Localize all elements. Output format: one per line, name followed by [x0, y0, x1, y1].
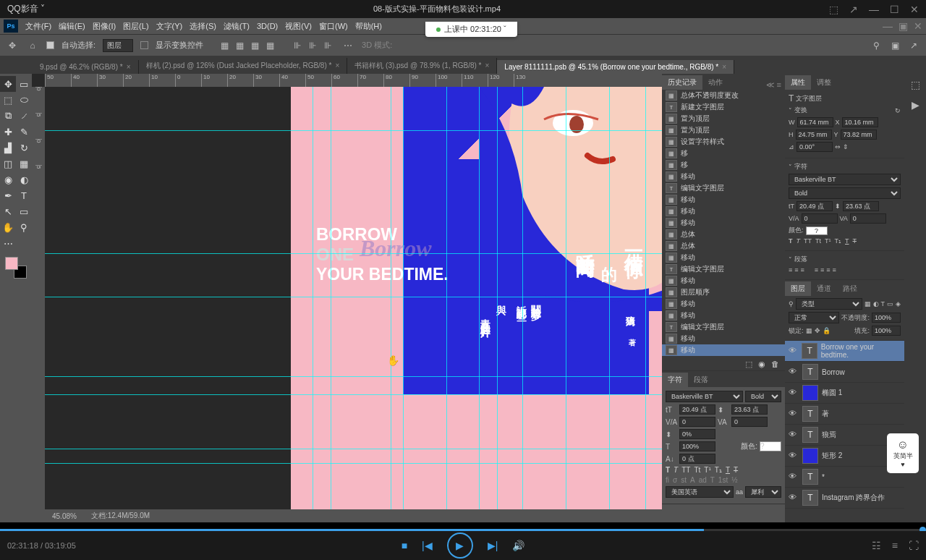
history-brush-tool[interactable]: ↻ — [16, 140, 32, 156]
tab-close-icon[interactable]: × — [485, 61, 489, 69]
stamp-tool[interactable]: ▟ — [0, 140, 16, 156]
filter-type-icon[interactable]: T — [881, 300, 885, 307]
underline-btn[interactable]: T — [726, 466, 730, 474]
visibility-icon[interactable]: 👁 — [789, 472, 799, 482]
distribute-icon-1[interactable]: ⊪ — [291, 39, 304, 52]
doc-tab-1[interactable]: 9.psd @ 46.2% (RGB/8) *× — [33, 60, 139, 74]
auto-select-dropdown[interactable]: 图层 — [103, 39, 133, 52]
menu-3d[interactable]: 3D(D) — [253, 22, 281, 30]
move-tool[interactable]: ✥ — [0, 76, 16, 92]
color-swatches[interactable] — [5, 257, 27, 279]
play-button[interactable]: ▶ — [447, 533, 473, 559]
prop-color[interactable]: ? — [806, 226, 828, 235]
dodge-tool[interactable]: ◐ — [16, 171, 32, 187]
filter-smart-icon[interactable]: ◈ — [896, 300, 901, 307]
align-center-icon[interactable]: ≡ — [794, 266, 798, 273]
vscale-input[interactable] — [679, 429, 715, 439]
visibility-icon[interactable]: 👁 — [789, 493, 799, 503]
history-item[interactable]: ▦移动 — [662, 252, 785, 263]
layer-item[interactable]: 👁TBorrow — [785, 362, 904, 383]
distribute-icon-2[interactable]: ⊪ — [306, 39, 319, 52]
filter-pixel-icon[interactable]: ▦ — [865, 300, 871, 307]
align-icon-1[interactable]: ▦ — [218, 39, 231, 52]
ps-logo-icon[interactable]: Ps — [4, 20, 18, 33]
history-item[interactable]: ▦移动 — [662, 275, 785, 287]
menu-filter[interactable]: 滤镜(T) — [220, 21, 253, 32]
tab-layers[interactable]: 图层 — [785, 281, 811, 296]
visibility-icon[interactable]: 👁 — [789, 367, 799, 377]
font-select[interactable]: Baskerville BT — [666, 391, 743, 402]
layer-item[interactable]: 👁TBorrow one your bedtime. — [785, 341, 904, 362]
fullscreen-button[interactable]: ⛶ — [909, 540, 919, 551]
flip-v-icon[interactable]: ⇕ — [843, 143, 849, 150]
eyedropper-tool[interactable]: ⟋ — [16, 108, 32, 124]
filter-adjust-icon[interactable]: ◐ — [873, 300, 879, 307]
prop-size-input[interactable] — [797, 201, 833, 211]
history-item[interactable]: T新建文字图层 — [662, 101, 785, 113]
history-snapshot-icon[interactable]: ⬚ — [745, 360, 752, 369]
opentype-1[interactable]: fi — [666, 476, 669, 484]
opentype-8[interactable]: ½ — [731, 476, 737, 484]
lock-pixel-icon[interactable]: ▦ — [806, 327, 812, 334]
justify-3[interactable]: ≡ — [826, 266, 830, 273]
lang-select[interactable]: 美国英语 — [666, 486, 734, 498]
app-menu-chevron[interactable]: ˅ — [41, 4, 45, 14]
playlist-button[interactable]: ≡ — [892, 540, 898, 551]
opentype-7[interactable]: 1st — [718, 476, 728, 484]
height-input[interactable] — [796, 130, 832, 140]
bold-btn[interactable]: T — [666, 466, 670, 474]
layer-kind-filter[interactable]: 类型 — [796, 298, 862, 310]
lock-pos-icon[interactable]: ✥ — [815, 327, 820, 334]
more-icon[interactable]: ⋯ — [341, 39, 354, 52]
history-item[interactable]: ▦总体 — [662, 229, 785, 240]
gradient-tool[interactable]: ▦ — [16, 156, 32, 171]
pen-tool[interactable]: ✒ — [0, 187, 16, 203]
doc-tab-4[interactable]: Layer 8111111.psb @ 45.1% (Borrow one yo… — [497, 60, 734, 74]
strip-icon-1[interactable]: ⬚ — [908, 77, 922, 92]
reset-icon[interactable]: ↻ — [895, 107, 901, 114]
doc-tab-2[interactable]: 样机 (2).psd @ 126% (Dust Jacked Placehold… — [139, 58, 348, 74]
x-input[interactable] — [842, 117, 878, 127]
crop-tool[interactable]: ⧉ — [0, 108, 16, 124]
canvas-area[interactable]: 5040302010010203040506070809010011012013… — [32, 74, 662, 522]
history-item[interactable]: ▦总体 — [662, 240, 785, 252]
blur-tool[interactable]: ◉ — [0, 171, 16, 187]
width-input[interactable] — [797, 117, 833, 127]
distribute-icon-3[interactable]: ⊪ — [321, 39, 334, 52]
stop-button[interactable]: ■ — [402, 540, 407, 551]
flip-h-icon[interactable]: ⇔ — [835, 143, 841, 150]
menu-layer[interactable]: 图层(L) — [119, 21, 152, 32]
menu-type[interactable]: 文字(Y) — [153, 21, 187, 32]
show-transform-checkbox[interactable] — [140, 41, 148, 49]
tab-close-icon[interactable]: × — [722, 63, 726, 71]
filter-shape-icon[interactable]: ▭ — [887, 300, 893, 307]
menu-image[interactable]: 图像(I) — [89, 21, 119, 32]
justify-2[interactable]: ≡ — [820, 266, 824, 273]
align-icon-2[interactable]: ▦ — [233, 39, 246, 52]
action-icon-1[interactable]: ⬚ — [829, 4, 838, 15]
justify-4[interactable]: ≡ — [833, 266, 836, 273]
zoom-tool[interactable]: ⚲ — [16, 219, 32, 235]
type-tool[interactable]: T — [16, 187, 32, 203]
history-item[interactable]: T编辑文字图层 — [662, 321, 785, 333]
history-item[interactable]: ▦设置字符样式 — [662, 136, 785, 148]
menu-edit[interactable]: 编辑(E) — [55, 21, 89, 32]
opentype-2[interactable]: σ — [673, 476, 677, 484]
prop-font-select[interactable]: Baskerville BT — [789, 174, 901, 185]
tab-channels[interactable]: 通道 — [811, 281, 837, 296]
history-item[interactable]: T编辑文字图层 — [662, 263, 785, 275]
layer-item[interactable]: 👁椭圆 1 — [785, 383, 904, 404]
baseline-input[interactable] — [679, 454, 715, 464]
tab-character[interactable]: 字符 — [662, 373, 688, 387]
tab-history[interactable]: 历史记录 — [662, 75, 702, 90]
fill-input[interactable] — [872, 326, 901, 336]
menu-select[interactable]: 选择(S) — [186, 21, 220, 32]
caps-btn[interactable]: TT — [681, 466, 690, 474]
history-item[interactable]: ▦移动 — [662, 333, 785, 344]
history-item[interactable]: ▦移动 — [662, 310, 785, 321]
ps-close[interactable]: ✕ — [914, 20, 922, 32]
auto-select-checkbox[interactable] — [46, 41, 54, 49]
canvas-content[interactable]: BORROW ONE YOUR BEDTIME. Borrow 睡前時間 的 借… — [45, 87, 662, 509]
lock-all-icon[interactable]: 🔒 — [823, 327, 831, 334]
tab-actions[interactable]: 动作 — [702, 75, 729, 90]
